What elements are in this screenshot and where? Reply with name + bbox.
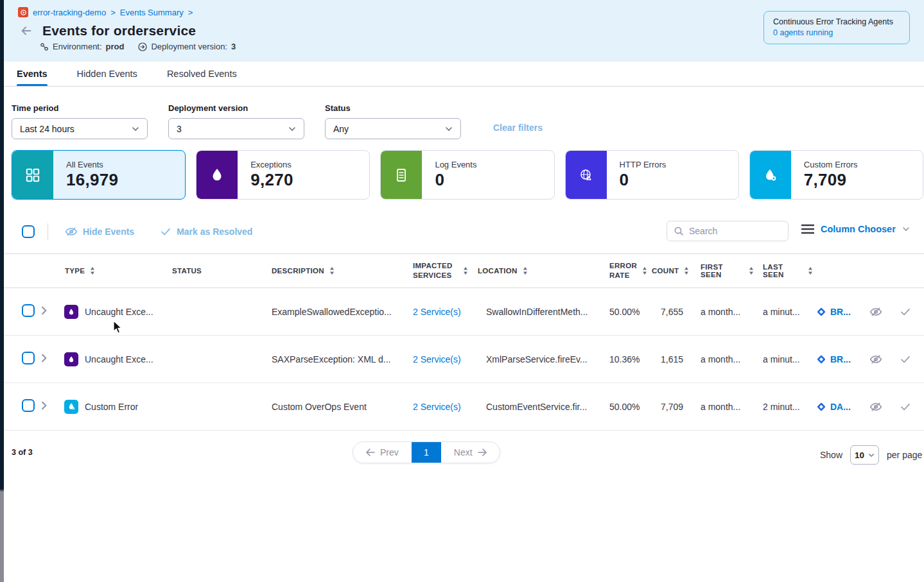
card-all-events[interactable]: All Events 16,979	[12, 150, 186, 200]
time-period-label: Time period	[12, 103, 148, 113]
ticket-link[interactable]: DA...	[830, 402, 851, 412]
column-header-type[interactable]: TYPE	[62, 267, 170, 275]
sort-icon[interactable]	[463, 267, 468, 275]
check-icon	[160, 226, 171, 237]
error-rate-cell: 50.00%	[595, 402, 652, 412]
resolve-event-icon[interactable]	[900, 354, 911, 365]
ticket-link[interactable]: BR...	[830, 354, 851, 364]
column-header-count[interactable]: COUNT	[652, 267, 692, 275]
sort-icon[interactable]	[523, 267, 528, 275]
search-input[interactable]	[689, 226, 779, 236]
expand-row-icon[interactable]	[40, 354, 49, 363]
last-seen-cell: a minut...	[754, 307, 813, 317]
impacted-services-link[interactable]: 2 Service(s)	[413, 402, 461, 412]
jira-diamond-icon	[816, 307, 826, 317]
deployment-version-select[interactable]: 3	[168, 118, 304, 139]
page-size-select[interactable]: 10	[850, 445, 879, 465]
tab-hidden-events[interactable]: Hidden Events	[77, 62, 137, 86]
tab-events[interactable]: Events	[17, 62, 48, 86]
pager: Prev 1 Next	[353, 441, 500, 463]
search-box	[667, 221, 789, 241]
hide-event-icon[interactable]	[869, 305, 882, 318]
column-header-first-seen[interactable]: FIRST SEEN	[692, 263, 754, 278]
column-header-status: STATUS	[170, 267, 269, 275]
sort-icon[interactable]	[808, 267, 813, 275]
chevron-down-icon	[868, 453, 875, 458]
first-seen-cell: a month...	[692, 402, 754, 412]
agents-panel: Continuous Error Tracking Agents 0 agent…	[763, 11, 910, 44]
select-all-checkbox[interactable]	[22, 225, 35, 238]
search-icon	[674, 226, 684, 236]
time-period-select[interactable]: Last 24 hours	[12, 118, 148, 139]
card-log-events[interactable]: Log Events 0	[380, 150, 554, 200]
count-cell: 7,709	[652, 402, 692, 412]
deployment-value: 3	[231, 42, 236, 51]
tab-resolved-events[interactable]: Resolved Events	[167, 62, 237, 86]
row-checkbox[interactable]	[22, 304, 35, 317]
sort-icon[interactable]	[749, 267, 754, 275]
status-select[interactable]: Any	[325, 118, 461, 139]
breadcrumb-project-link[interactable]: error-tracking-demo	[33, 8, 106, 17]
breadcrumb: error-tracking-demo > Events Summary >	[18, 7, 193, 17]
resolve-event-icon[interactable]	[900, 401, 911, 413]
card-http-errors[interactable]: HTTP Errors 0	[565, 150, 739, 200]
time-period-value: Last 24 hours	[20, 124, 74, 134]
column-header-location[interactable]: LOCATION	[475, 267, 595, 275]
sort-icon[interactable]	[90, 267, 95, 275]
hide-event-icon[interactable]	[869, 400, 882, 413]
card-label: Log Events	[435, 160, 476, 169]
location-cell: XmlParseService.fireEv...	[475, 354, 595, 364]
environment-label: Environment:	[53, 42, 102, 51]
card-value: 0	[435, 170, 476, 190]
column-chooser-button[interactable]: Column Chooser	[801, 223, 910, 235]
back-arrow-icon[interactable]	[19, 24, 33, 38]
first-seen-cell: a month...	[692, 354, 754, 364]
page-number-button[interactable]: 1	[412, 442, 441, 463]
card-label: HTTP Errors	[620, 160, 667, 169]
row-checkbox[interactable]	[22, 352, 35, 364]
last-seen-cell: 2 minut...	[754, 402, 813, 412]
card-custom-errors[interactable]: Custom Errors 7,709	[749, 150, 923, 200]
pagination-bar: 3 of 3 Prev 1 Next Show 10 per page	[4, 441, 924, 467]
description-cell: Custom OverOps Event	[269, 402, 410, 412]
row-checkbox[interactable]	[22, 399, 35, 412]
count-cell: 7,655	[652, 307, 692, 317]
ticket-link[interactable]: BR...	[830, 307, 851, 317]
clear-filters-button[interactable]: Clear filters	[493, 123, 543, 133]
sort-icon[interactable]	[684, 267, 689, 275]
card-value: 7,709	[804, 170, 858, 190]
breadcrumb-separator: >	[110, 8, 116, 17]
hide-event-icon[interactable]	[869, 353, 882, 366]
mark-resolved-button[interactable]: Mark as Resolved	[160, 226, 252, 237]
deployment-version-value: 3	[177, 124, 182, 134]
expand-row-icon[interactable]	[40, 401, 49, 410]
card-label: All Events	[66, 160, 118, 169]
type-label: Custom Error	[85, 402, 138, 412]
column-header-description[interactable]: DESCRIPTION	[269, 267, 410, 275]
jira-diamond-icon	[816, 402, 826, 412]
impacted-services-link[interactable]: 2 Service(s)	[413, 354, 461, 364]
sort-icon[interactable]	[642, 267, 647, 275]
card-exceptions[interactable]: Exceptions 9,270	[196, 150, 370, 200]
breadcrumb-section-link[interactable]: Events Summary	[120, 8, 184, 17]
page-size-control: Show 10 per page	[820, 445, 922, 465]
first-seen-cell: a month...	[692, 307, 754, 317]
chevron-down-icon	[132, 126, 139, 132]
agents-running-link[interactable]: 0 agents running	[773, 28, 833, 37]
filters-bar: Time period Last 24 hours Deployment ver…	[12, 103, 543, 139]
flame-gear-icon	[750, 151, 791, 199]
resolve-event-icon[interactable]	[900, 306, 911, 318]
hide-events-button[interactable]: Hide Events	[65, 225, 134, 238]
prev-page-button[interactable]: Prev	[353, 442, 412, 463]
type-label: Uncaught Exce...	[85, 354, 153, 364]
status-filter-label: Status	[325, 103, 461, 113]
next-page-button[interactable]: Next	[441, 442, 500, 463]
impacted-services-link[interactable]: 2 Service(s)	[413, 307, 461, 317]
sort-icon[interactable]	[329, 267, 335, 275]
column-header-impacted-services[interactable]: IMPACTED SERVICES	[410, 261, 475, 280]
expand-row-icon[interactable]	[40, 306, 49, 315]
arrow-right-icon	[478, 449, 487, 456]
chevron-down-icon	[902, 227, 910, 232]
column-header-error-rate[interactable]: ERROR RATE	[595, 261, 652, 280]
column-header-last-seen[interactable]: LAST SEEN	[754, 263, 813, 278]
